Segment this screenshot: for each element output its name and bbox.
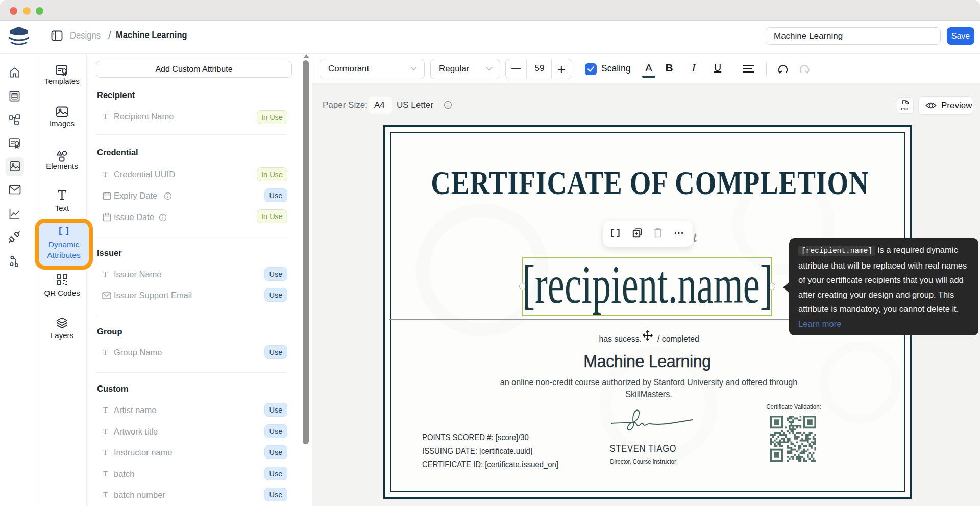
svg-text:PDF: PDF (901, 107, 910, 111)
